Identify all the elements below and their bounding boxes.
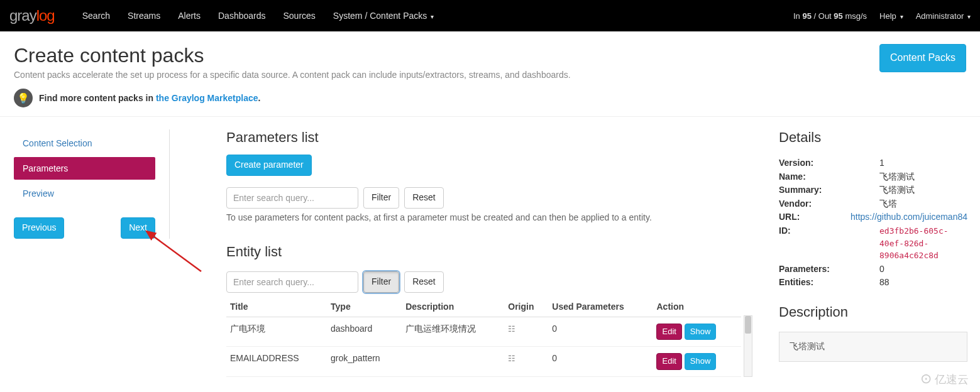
cell-used: 0 (548, 347, 652, 376)
cell-type: dashboard (327, 317, 402, 346)
top-navbar: graylog Search Streams Alerts Dashboards… (0, 0, 980, 31)
table-row: EMAILADDRESS grok_pattern ☷ 0 Edit Show (226, 347, 741, 376)
nav-alerts[interactable]: Alerts (178, 11, 201, 21)
entity-search-input[interactable] (226, 271, 358, 293)
value-url-link[interactable]: https://github.com/juiceman84 (851, 212, 967, 222)
table-scrollbar[interactable] (744, 315, 752, 377)
label-vendor: Vendor: (779, 198, 879, 210)
nav-dashboards[interactable]: Dashboards (218, 11, 266, 21)
label-version: Version: (779, 157, 879, 170)
params-reset-button[interactable]: Reset (404, 187, 444, 209)
cell-type: grok_pattern (327, 347, 402, 376)
value-id: ed3fb2b6-605c-40ef-826d-8906a4c62c8d (879, 226, 949, 260)
previous-button[interactable]: Previous (14, 217, 64, 239)
parameters-list-title: Parameters list (226, 129, 741, 146)
nav-system[interactable]: System / Content Packs ▾ (333, 11, 434, 21)
server-icon: ☷ (508, 324, 515, 334)
marketplace-link[interactable]: the Graylog Marketplace (156, 93, 258, 103)
label-entities: Entities: (779, 276, 879, 289)
label-url: URL: (779, 211, 851, 224)
watermark: ⊙ 亿速云 (920, 371, 969, 387)
params-search-input[interactable] (226, 187, 358, 209)
cell-title: EMAILADDRESS (226, 347, 327, 376)
value-vendor: 飞塔 (879, 198, 967, 210)
label-summary: Summary: (779, 184, 879, 197)
cell-title: 广电环境 (226, 317, 327, 346)
col-title: Title (226, 297, 327, 317)
label-name: Name: (779, 171, 879, 183)
entity-reset-button[interactable]: Reset (404, 271, 444, 293)
step-preview[interactable]: Preview (14, 182, 155, 205)
col-action: Action (652, 297, 741, 317)
label-id: ID: (779, 225, 879, 262)
edit-button[interactable]: Edit (656, 353, 681, 369)
cell-action: Edit Show (652, 317, 741, 346)
nav-sources[interactable]: Sources (284, 11, 316, 21)
edit-button[interactable]: Edit (656, 324, 681, 340)
caret-down-icon: ▾ (966, 13, 971, 20)
nav-administrator[interactable]: Administrator ▾ (916, 11, 971, 21)
lightbulb-icon: 💡 (14, 89, 33, 107)
show-button[interactable]: Show (685, 353, 717, 369)
server-icon: ☷ (508, 354, 515, 363)
details-panel: Details Version:1 Name:飞塔测试 Summary:飞塔测试… (766, 129, 980, 362)
page-subtitle: Content packs accelerate the set up proc… (14, 70, 879, 80)
nav-streams[interactable]: Streams (128, 11, 160, 21)
throughput-indicator: In 95 / Out 95 msg/s (793, 11, 867, 21)
description-box: 飞塔测试 (779, 332, 967, 362)
content-area: Content Selection Parameters Preview Pre… (0, 117, 980, 389)
params-help-text: To use parameters for content packs, at … (226, 212, 741, 222)
content-packs-button[interactable]: Content Packs (879, 44, 966, 72)
nav-search[interactable]: Search (82, 11, 110, 21)
cell-description (402, 347, 504, 376)
wizard-sidebar: Content Selection Parameters Preview Pre… (0, 129, 170, 239)
caret-down-icon: ▾ (898, 13, 903, 20)
value-parameters: 0 (879, 263, 967, 276)
col-type: Type (327, 297, 402, 317)
value-summary: 飞塔测试 (879, 184, 967, 197)
details-title: Details (779, 129, 967, 146)
entity-table: Title Type Description Origin Used Param… (226, 297, 741, 377)
page-title: Create content packs (14, 44, 879, 67)
value-version: 1 (879, 157, 967, 170)
value-entities: 88 (879, 276, 967, 289)
description-title: Description (779, 304, 967, 320)
cell-origin: ☷ (504, 347, 548, 376)
caret-down-icon: ▾ (429, 13, 434, 20)
page-header: Create content packs Content packs accel… (0, 31, 980, 117)
entity-list-title: Entity list (226, 244, 741, 260)
value-name: 飞塔测试 (879, 171, 967, 183)
cell-action: Edit Show (652, 347, 741, 376)
create-parameter-button[interactable]: Create parameter (226, 155, 312, 176)
main-panel: Parameters list Create parameter Filter … (170, 129, 766, 377)
cell-used: 0 (548, 317, 652, 346)
show-button[interactable]: Show (685, 324, 717, 340)
entity-filter-button[interactable]: Filter (363, 271, 399, 293)
cell-description: 广电运维环境情况 (402, 317, 504, 346)
col-origin: Origin (504, 297, 548, 317)
next-button[interactable]: Next (121, 217, 155, 239)
marketplace-tip: 💡 Find more content packs in the Graylog… (14, 89, 966, 107)
table-row: 广电环境 dashboard 广电运维环境情况 ☷ 0 Edit Show (226, 317, 741, 346)
cell-origin: ☷ (504, 317, 548, 346)
col-used-parameters: Used Parameters (548, 297, 652, 317)
step-parameters[interactable]: Parameters (14, 157, 155, 180)
params-filter-button[interactable]: Filter (363, 187, 399, 209)
label-parameters: Parameters: (779, 263, 879, 276)
col-description: Description (402, 297, 504, 317)
logo[interactable]: graylog (9, 7, 55, 24)
nav-help[interactable]: Help ▾ (879, 11, 903, 21)
step-content-selection[interactable]: Content Selection (14, 132, 155, 155)
